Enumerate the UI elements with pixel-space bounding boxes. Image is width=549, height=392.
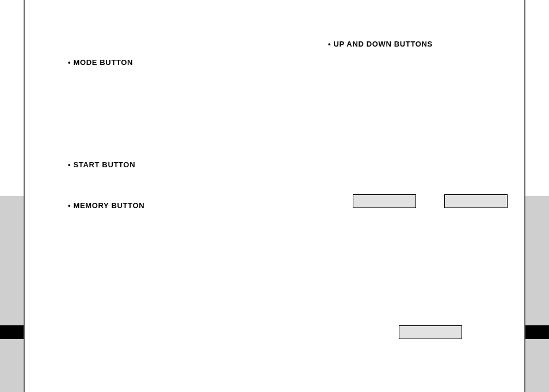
input-box-1[interactable] (353, 194, 416, 208)
label-memory-button: MEMORY BUTTON (68, 201, 144, 210)
page-container: MODE BUTTON START BUTTON MEMORY BUTTON U… (24, 0, 525, 392)
input-box-3[interactable] (399, 325, 462, 339)
label-up-down-buttons: UP AND DOWN BUTTONS (328, 40, 433, 48)
label-mode-button: MODE BUTTON (68, 58, 133, 67)
label-start-button: START BUTTON (68, 160, 135, 169)
input-box-2[interactable] (444, 194, 508, 208)
